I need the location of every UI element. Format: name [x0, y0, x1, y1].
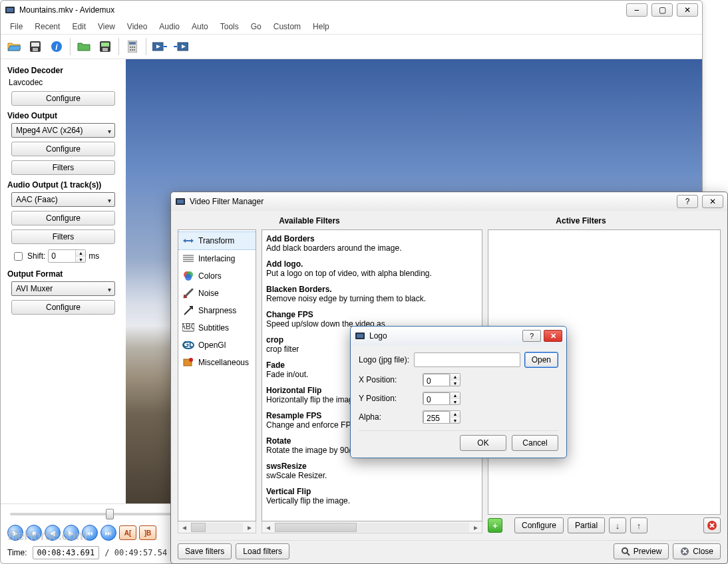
- set-marker-a-button[interactable]: A[: [119, 525, 136, 540]
- add-filter-button[interactable]: ＋: [488, 518, 502, 533]
- y-position-input[interactable]: [423, 392, 450, 405]
- category-sharpness[interactable]: Sharpness: [178, 302, 256, 319]
- scroll-left-icon[interactable]: ◂: [262, 523, 274, 532]
- filter-window-titlebar[interactable]: Video Filter Manager ? ✕: [171, 192, 727, 211]
- spin-down-icon[interactable]: ▼: [451, 418, 460, 424]
- audio-output-select[interactable]: AAC (Faac): [11, 192, 115, 207]
- prev-frame-button[interactable]: ◀: [45, 525, 61, 541]
- next-keyframe-button[interactable]: ⏭: [100, 525, 116, 541]
- close-filter-button[interactable]: Close: [673, 543, 721, 559]
- filter-item-add-logo[interactable]: Add logo.Put a logo on top of video, wit…: [262, 257, 482, 282]
- close-button[interactable]: ✕: [677, 3, 698, 17]
- category-misc[interactable]: Miscellaneous: [178, 354, 256, 371]
- spin-up-icon[interactable]: ▲: [451, 374, 460, 380]
- scroll-right-icon[interactable]: ▸: [244, 523, 256, 532]
- category-subtitles[interactable]: ABC Subtitles: [178, 319, 256, 337]
- spin-down-icon[interactable]: ▼: [451, 399, 460, 405]
- play-button[interactable]: ▶: [7, 525, 23, 541]
- filter-help-button[interactable]: ?: [677, 195, 698, 208]
- preview-button[interactable]: Preview: [614, 543, 669, 559]
- menu-video[interactable]: Video: [122, 21, 152, 33]
- main-titlebar[interactable]: Mountains.mkv - Avidemux ‒ ▢ ✕: [1, 1, 702, 19]
- logo-help-button[interactable]: ?: [522, 330, 541, 342]
- video-output-configure-button[interactable]: Configure: [11, 142, 115, 156]
- open-file-icon[interactable]: [4, 37, 24, 57]
- logo-cancel-button[interactable]: Cancel: [512, 435, 558, 451]
- shift-checkbox[interactable]: [14, 252, 23, 261]
- scroll-left-icon[interactable]: ◂: [178, 523, 190, 532]
- set-marker-b-button[interactable]: ]B: [139, 525, 156, 540]
- menu-custom[interactable]: Custom: [268, 21, 306, 33]
- info-icon[interactable]: i: [47, 37, 67, 57]
- video-output-select[interactable]: Mpeg4 AVC (x264): [11, 123, 115, 138]
- filter-close-button[interactable]: ✕: [702, 195, 723, 208]
- y-position-spinner[interactable]: ▲▼: [423, 392, 460, 405]
- menu-auto[interactable]: Auto: [186, 21, 214, 33]
- alpha-spinner[interactable]: ▲▼: [423, 410, 460, 424]
- partial-filter-button[interactable]: Partial: [568, 517, 605, 533]
- filter-item-vflip[interactable]: Vertical FlipVertically flip the image.: [262, 484, 482, 509]
- category-transform[interactable]: Transform: [178, 231, 256, 250]
- shift-input[interactable]: [49, 250, 75, 262]
- load-filters-button[interactable]: Load filters: [236, 543, 289, 559]
- category-noise[interactable]: Noise: [178, 285, 256, 302]
- video-decoder-configure-button[interactable]: Configure: [11, 91, 115, 106]
- filter-item-add-borders[interactable]: Add BordersAdd black boarders around the…: [262, 231, 482, 257]
- spin-up-icon[interactable]: ▲: [451, 411, 460, 418]
- calculator-icon[interactable]: [122, 37, 142, 57]
- menu-view[interactable]: View: [92, 21, 120, 33]
- time-value[interactable]: 00:08:43.691: [33, 546, 100, 559]
- filter-item-blacken-borders[interactable]: Blacken Borders.Remove noisy edge by tur…: [262, 282, 482, 307]
- spin-down-icon[interactable]: ▼: [76, 257, 85, 263]
- move-down-button[interactable]: ↓: [609, 517, 626, 533]
- menu-recent[interactable]: Recent: [29, 21, 65, 33]
- menu-edit[interactable]: Edit: [67, 21, 91, 33]
- play-end-icon[interactable]: [171, 37, 191, 57]
- category-list[interactable]: Transform Interlacing Colors Noise: [178, 229, 256, 521]
- menu-help[interactable]: Help: [307, 21, 335, 33]
- menu-tools[interactable]: Tools: [215, 21, 244, 33]
- output-format-configure-button[interactable]: Configure: [11, 300, 115, 315]
- play-begin-icon[interactable]: [150, 37, 170, 57]
- minimize-button[interactable]: ‒: [626, 3, 647, 17]
- x-position-spinner[interactable]: ▲▼: [423, 373, 460, 386]
- scroll-right-icon[interactable]: ▸: [470, 523, 482, 532]
- next-frame-button[interactable]: ▶: [63, 525, 79, 541]
- logo-ok-button[interactable]: OK: [460, 435, 506, 451]
- stop-button[interactable]: ■: [26, 525, 42, 541]
- menu-go[interactable]: Go: [246, 21, 267, 33]
- output-format-select[interactable]: AVI Muxer: [11, 281, 115, 296]
- prev-keyframe-button[interactable]: ⏮: [82, 525, 98, 541]
- maximize-button[interactable]: ▢: [651, 3, 673, 17]
- spin-down-icon[interactable]: ▼: [451, 380, 460, 386]
- logo-open-button[interactable]: Open: [524, 352, 558, 368]
- save-project-icon[interactable]: [95, 37, 115, 57]
- logo-dialog-titlebar[interactable]: Logo ? ✕: [351, 327, 566, 345]
- configure-filter-button[interactable]: Configure: [514, 517, 564, 533]
- category-opengl[interactable]: GL OpenGl: [178, 337, 256, 354]
- open-project-icon[interactable]: [74, 37, 94, 57]
- save-icon[interactable]: [25, 37, 45, 57]
- video-output-filters-button[interactable]: Filters: [11, 160, 115, 175]
- category-interlacing[interactable]: Interlacing: [178, 250, 256, 267]
- shift-spinner[interactable]: ▲▼: [48, 249, 86, 263]
- audio-output-filters-button[interactable]: Filters: [11, 229, 115, 244]
- menu-audio[interactable]: Audio: [154, 21, 185, 33]
- spin-up-icon[interactable]: ▲: [76, 250, 85, 257]
- remove-filter-button[interactable]: [703, 517, 721, 533]
- move-up-button[interactable]: ↑: [630, 517, 647, 533]
- logo-close-button[interactable]: ✕: [544, 330, 562, 342]
- logo-file-input[interactable]: [414, 352, 520, 367]
- category-hscroll[interactable]: ◂▸: [178, 521, 256, 533]
- audio-output-configure-button[interactable]: Configure: [11, 211, 115, 225]
- category-colors[interactable]: Colors: [178, 267, 256, 285]
- save-filters-button[interactable]: Save filters: [178, 543, 232, 559]
- filters-hscroll[interactable]: ◂▸: [262, 521, 482, 533]
- x-position-input[interactable]: [423, 374, 450, 386]
- scroll-thumb[interactable]: [191, 523, 206, 532]
- spin-up-icon[interactable]: ▲: [451, 392, 460, 399]
- timeline-thumb[interactable]: [106, 509, 114, 519]
- filter-item-swsresize[interactable]: swsResizeswScale Resizer.: [262, 459, 482, 484]
- menu-file[interactable]: File: [5, 21, 28, 33]
- alpha-input[interactable]: [423, 411, 450, 424]
